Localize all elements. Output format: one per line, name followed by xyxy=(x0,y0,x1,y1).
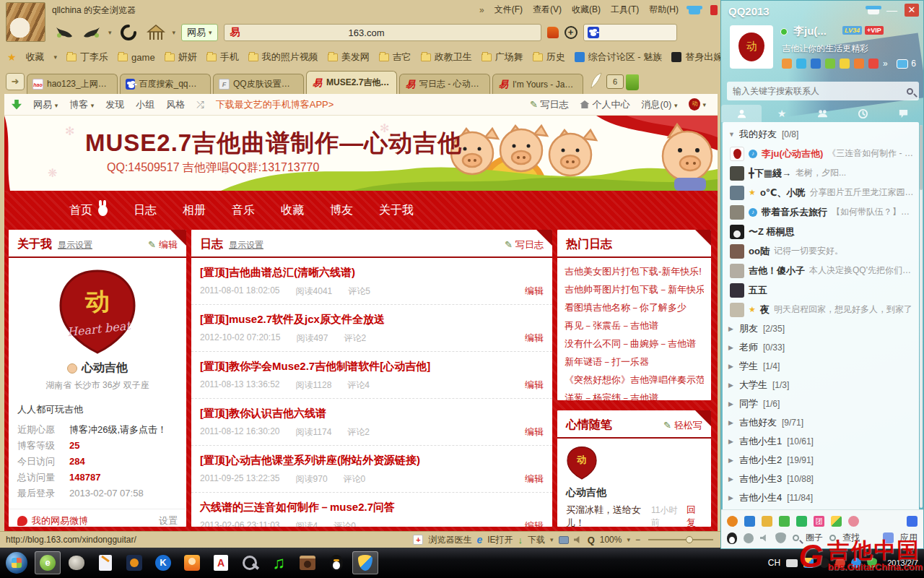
contact-group[interactable]: ▶大学生[1/3] xyxy=(724,376,918,394)
bookmark-item[interactable]: 妍妍 xyxy=(165,51,197,64)
qqvip-icon[interactable] xyxy=(727,516,738,527)
contact-group[interactable]: ▶吉他好友[9/71] xyxy=(724,413,918,432)
post-title[interactable]: [置顶]吉他曲谱总汇(清晰六线谱) xyxy=(200,266,544,280)
tencent-icon[interactable] xyxy=(868,59,879,69)
vip-icon[interactable] xyxy=(782,59,792,69)
qq-nickname[interactable]: 李ju(... xyxy=(793,25,827,38)
post-title[interactable]: [置顶]教你学会Muse2.7吉他制谱软件[心动吉他] xyxy=(200,360,544,374)
tab-qq-skin[interactable]: FQQ皮肤设置完毕... xyxy=(213,74,304,94)
bookmark-item[interactable]: 吉它 xyxy=(379,51,411,64)
favorites-label[interactable]: 收藏 xyxy=(26,51,45,64)
friends-net-icon[interactable] xyxy=(848,516,859,527)
hot-post-link[interactable]: 新年谜语－打一乐器 xyxy=(565,353,704,371)
post-edit-link[interactable]: 编辑 xyxy=(525,473,544,486)
menu-favorites[interactable]: 收藏(B) xyxy=(572,4,601,16)
write-blog-link[interactable]: ✎ 写日志 xyxy=(530,98,569,111)
menu-overflow-icon[interactable]: » xyxy=(479,5,484,15)
forward-button[interactable] xyxy=(81,25,103,40)
tab-im-yours[interactable]: 易I'm Yours - Jason... xyxy=(492,74,583,94)
hot-post-link[interactable]: 吉他帅哥图片打包下载－新年快乐！ xyxy=(565,280,704,298)
farm-icon[interactable] xyxy=(825,59,835,69)
user-avatar[interactable]: 动▾ xyxy=(689,98,706,111)
speaker-icon[interactable] xyxy=(574,536,583,543)
qqmusic-icon[interactable] xyxy=(779,516,790,527)
browser-doctor-link[interactable]: 浏览器医生 xyxy=(428,534,471,546)
contact-search-input[interactable] xyxy=(733,86,907,96)
zoom-minus[interactable]: − xyxy=(635,535,640,545)
hot-post-link[interactable]: 看图填吉他名称－你了解多少 xyxy=(565,298,704,316)
new-tab-quill-icon[interactable] xyxy=(590,72,603,90)
message-box[interactable]: 6 xyxy=(897,59,916,69)
red-packet-icon[interactable] xyxy=(710,5,718,15)
weibo-link[interactable]: 我的网易微博 xyxy=(32,514,88,527)
settings-gear-icon[interactable] xyxy=(744,533,754,543)
about-display-settings-link[interactable]: 显示设置 xyxy=(58,239,92,251)
bookmark-item[interactable]: game xyxy=(118,52,155,63)
tab-baidu-search[interactable]: 百度搜索_qq皮肤... xyxy=(120,74,211,94)
bookmark-item[interactable]: 历史 xyxy=(533,51,565,64)
taskbar-amp-app[interactable] xyxy=(295,551,321,574)
window-count-badge[interactable]: 6 xyxy=(606,74,624,89)
menu-help[interactable]: 帮助(H) xyxy=(649,4,679,16)
close-icon[interactable]: ✕ xyxy=(905,4,919,17)
menu-view[interactable]: 查看(V) xyxy=(533,4,562,16)
contact-row[interactable]: ★夜明天启程回家，想见好多人，到家了 xyxy=(724,300,918,319)
shuffle-icon[interactable]: ⤮ xyxy=(196,99,204,111)
hot-post-link[interactable]: 洋葱－杨宗纬－吉他谱 xyxy=(565,389,704,400)
safety-add-icon[interactable]: + xyxy=(565,26,578,39)
contact-row[interactable]: ♪带着音乐去旅行【如何带队伍？】曾国藩 xyxy=(724,202,918,222)
address-bar[interactable]: 易 163.com xyxy=(224,24,541,41)
blogger-name[interactable]: 心动吉他 xyxy=(82,361,128,376)
minimize-icon[interactable]: — xyxy=(886,7,897,14)
contact-search[interactable] xyxy=(727,82,919,100)
tab-groups[interactable] xyxy=(802,105,842,122)
contact-group[interactable]: ▶吉他小生1[10/61] xyxy=(724,432,918,451)
tab-favorites[interactable]: ★ xyxy=(762,105,802,122)
keyboard-icon[interactable] xyxy=(786,559,798,567)
post-edit-link[interactable]: 编辑 xyxy=(525,426,544,439)
tab-hao123[interactable]: haohao123_上网从这... xyxy=(27,74,118,94)
qqgame-icon[interactable] xyxy=(744,516,755,527)
taskbar-game[interactable] xyxy=(179,551,205,574)
taskbar-keychain[interactable] xyxy=(237,551,263,574)
search-icon[interactable] xyxy=(907,88,913,95)
mood-reply-link[interactable]: 回复 xyxy=(687,504,702,527)
start-button[interactable] xyxy=(6,552,27,574)
online-status-icon[interactable] xyxy=(780,28,788,35)
favorites-caret-icon[interactable]: ▾ xyxy=(54,53,58,61)
download-link[interactable]: 下载 xyxy=(528,534,545,546)
contact-row[interactable]: 〜Z 梧桐思 xyxy=(724,222,918,241)
tab-write-blog[interactable]: 易写日志 - 心动吉他... xyxy=(399,74,490,94)
contact-group[interactable]: ▶同学[1/6] xyxy=(724,394,918,413)
bookmark-item[interactable]: 美发网 xyxy=(328,51,370,64)
home-dropdown-icon[interactable]: ▾ xyxy=(173,29,176,36)
security-icon[interactable] xyxy=(831,516,842,527)
nav-friends[interactable]: 博友 xyxy=(330,203,353,218)
bookmark-item[interactable]: 广场舞 xyxy=(481,51,523,64)
screenshot-icon[interactable] xyxy=(559,536,569,544)
nav-collect[interactable]: 收藏 xyxy=(281,203,304,218)
bookmark-item[interactable]: 我的照片视频 xyxy=(248,51,318,64)
app-manager-icon[interactable] xyxy=(907,516,918,527)
nav-music[interactable]: 音乐 xyxy=(232,203,255,218)
weibo-settings-link[interactable]: 设置 xyxy=(159,514,178,527)
contact-row[interactable]: ♪李ju(心动吉他)《三连音如何制作 - muse xyxy=(724,144,918,163)
bookmark-item[interactable]: 综合讨论区 - 魅族 xyxy=(575,51,663,64)
contact-row[interactable]: ╋下▦綫→老树，夕阳... xyxy=(724,163,918,183)
refresh-button[interactable] xyxy=(118,25,139,40)
taskbar-k-app[interactable]: K xyxy=(150,551,176,574)
contact-group[interactable]: ▶吉他小生3[10/88] xyxy=(724,470,918,488)
menu-file[interactable]: 文件(F) xyxy=(494,4,523,16)
pet-icon[interactable] xyxy=(854,59,864,69)
write-post-link[interactable]: ✎写日志 xyxy=(505,238,544,251)
contact-row[interactable]: 吉他！傻小子本人决定换QQ'先把你们删除 xyxy=(724,261,918,280)
shop-icon[interactable] xyxy=(840,59,850,69)
quick-search-box[interactable] xyxy=(583,24,677,41)
favorites-star-icon[interactable]: ★ xyxy=(7,51,17,63)
download-caret-icon[interactable]: ▾ xyxy=(550,536,554,543)
bookmark-item[interactable]: 替身出嫁：弃妃太 xyxy=(671,51,722,64)
language-indicator[interactable]: CH xyxy=(768,558,780,568)
blogbar-style[interactable]: 风格 xyxy=(166,98,185,111)
taskbar-pdf-reader[interactable]: A xyxy=(208,551,234,574)
taskbar-browser[interactable]: e xyxy=(35,551,61,574)
